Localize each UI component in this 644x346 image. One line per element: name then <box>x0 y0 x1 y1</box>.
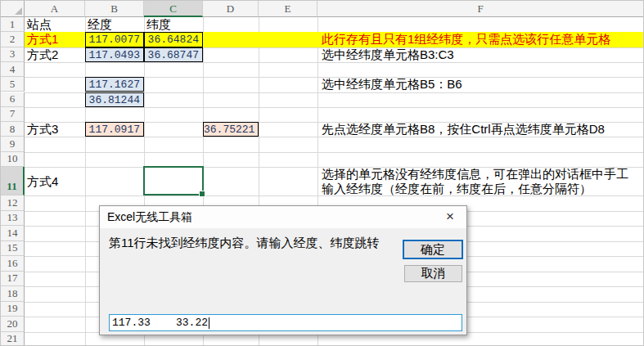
text-cursor <box>209 317 209 329</box>
cell-d8[interactable]: 36.75221 <box>203 122 259 137</box>
cell-b3[interactable]: 117.0493 <box>85 47 144 62</box>
cell-a1[interactable]: 站点 <box>25 17 85 32</box>
row-header-19[interactable]: 19 <box>1 302 25 317</box>
ok-button[interactable]: 确定 <box>403 240 463 259</box>
cell-f8[interactable]: 先点选经度单元格B8，按住Ctrl再点选纬度单元格D8 <box>317 122 644 137</box>
gridline <box>25 152 644 153</box>
selection-fill-handle[interactable] <box>199 191 205 197</box>
cell-f11[interactable]: 选择的单元格没有经纬度信息，可在弹出的对话框中手工输入经纬度（经度在前，纬度在后… <box>317 167 628 196</box>
cell-f5[interactable]: 选中经纬度单元格B5：B6 <box>317 77 644 92</box>
row-header-14[interactable]: 14 <box>1 226 25 241</box>
row-header-9[interactable]: 9 <box>1 137 25 151</box>
dialog-titlebar[interactable]: Excel无线工具箱 × <box>100 206 466 228</box>
row-header-21[interactable]: 21 <box>1 332 25 346</box>
dialog-title: Excel无线工具箱 <box>107 206 192 228</box>
cell-a2[interactable]: 方式1 <box>25 32 85 47</box>
column-header-b[interactable]: B <box>85 1 144 17</box>
cancel-button[interactable]: 取消 <box>404 265 462 282</box>
cell-c1[interactable]: 纬度 <box>144 17 203 32</box>
gridline <box>25 107 644 108</box>
select-all-triangle-icon <box>15 7 22 15</box>
cell-c2[interactable]: 36.64824 <box>144 32 203 47</box>
cell-b5[interactable]: 117.1627 <box>85 77 144 92</box>
cell-c3[interactable]: 36.68747 <box>144 47 203 62</box>
column-header-e[interactable]: E <box>259 1 317 17</box>
column-header-d[interactable]: D <box>203 1 259 17</box>
row-header-1[interactable]: 1 <box>1 17 25 32</box>
row-header-18[interactable]: 18 <box>1 286 25 302</box>
row-header-7[interactable]: 7 <box>1 107 25 122</box>
row-header-12[interactable]: 12 <box>1 195 25 211</box>
coordinate-input-value: 117.33 33.22 <box>110 317 208 329</box>
row-header-11[interactable]: 11 <box>1 167 25 195</box>
column-header-f[interactable]: F <box>317 1 644 17</box>
gridline <box>25 137 644 137</box>
close-icon[interactable]: × <box>437 206 463 227</box>
row-header-20[interactable]: 20 <box>1 317 25 332</box>
column-header-a[interactable]: A <box>25 1 85 17</box>
coordinate-input[interactable]: 117.33 33.22 <box>109 314 462 331</box>
row-header-15[interactable]: 15 <box>1 241 25 257</box>
cell-a11[interactable]: 方式4 <box>25 167 85 195</box>
cell-a8[interactable]: 方式3 <box>25 122 85 137</box>
row-header-3[interactable]: 3 <box>1 47 25 62</box>
row-header-17[interactable]: 17 <box>1 272 25 287</box>
row-header-2[interactable]: 2 <box>1 32 25 47</box>
row-header-4[interactable]: 4 <box>1 62 25 77</box>
cell-b6[interactable]: 36.81244 <box>85 92 144 107</box>
cell-f2[interactable]: 此行存有且只有1组经纬度，只需点选该行任意单元格 <box>317 32 644 47</box>
selected-cell-c11[interactable] <box>143 166 204 196</box>
row-header-6[interactable]: 6 <box>1 92 25 107</box>
row-header-16[interactable]: 16 <box>1 256 25 272</box>
row-header-13[interactable]: 13 <box>1 211 25 227</box>
spreadsheet: 站点 经度 纬度 方式1 117.0077 36.64824 此行存有且只有1组… <box>0 0 644 346</box>
select-all-corner[interactable] <box>1 1 25 17</box>
column-header-c[interactable]: C <box>144 1 203 17</box>
gridline <box>25 62 644 63</box>
cell-a3[interactable]: 方式2 <box>25 47 85 62</box>
row-header-5[interactable]: 5 <box>1 77 25 92</box>
cell-f3[interactable]: 选中经纬度单元格B3:C3 <box>317 47 644 62</box>
row-header-8[interactable]: 8 <box>1 122 25 137</box>
dialog-message: 第11行未找到经纬度内容。请输入经度、纬度跳转 <box>109 236 380 251</box>
dialog-excel-toolbox: Excel无线工具箱 × 第11行未找到经纬度内容。请输入经度、纬度跳转 确定 … <box>99 205 467 335</box>
gridline <box>85 17 86 346</box>
row-header-10[interactable]: 10 <box>1 152 25 167</box>
cell-b8[interactable]: 117.0917 <box>85 122 144 137</box>
cell-b1[interactable]: 经度 <box>85 17 144 32</box>
cell-b2[interactable]: 117.0077 <box>85 32 144 47</box>
